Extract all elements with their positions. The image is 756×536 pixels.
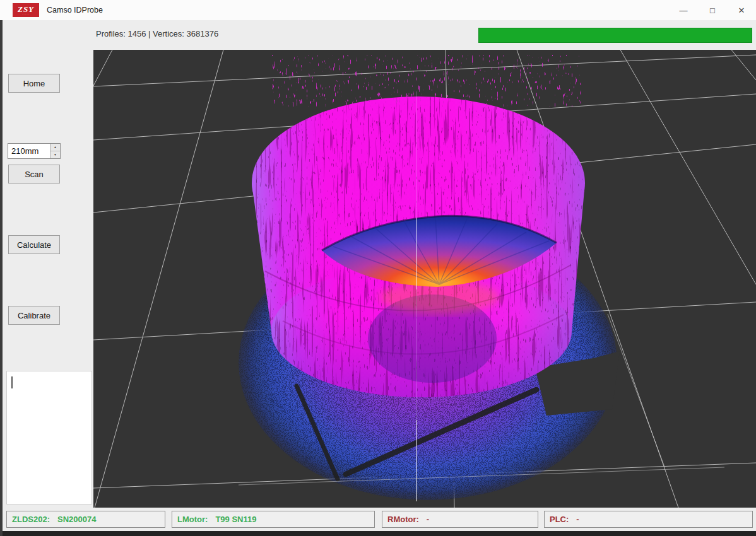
logo-subtext: ·····: [22, 13, 30, 16]
text-caret: [11, 376, 13, 388]
close-icon: ✕: [738, 6, 745, 15]
viewport-3d[interactable]: [93, 50, 756, 508]
status-label: RMotor:: [387, 515, 419, 524]
log-textbox[interactable]: [6, 371, 92, 504]
spin-down-button[interactable]: ▼: [50, 151, 60, 158]
spin-down-icon: ▼: [54, 153, 57, 156]
device-status-bar: ZLDS202: SN200074 LMotor: T99 SN119 RMot…: [0, 508, 756, 531]
status-value: -: [427, 515, 429, 524]
spinner-buttons: ▲ ▼: [50, 144, 60, 158]
window-left-edge: [0, 20, 3, 536]
status-field-rmotor: RMotor: -: [382, 511, 538, 528]
point-cloud-canvas[interactable]: [93, 50, 756, 508]
progress-bar: [478, 28, 752, 43]
status-field-plc: PLC: -: [544, 511, 753, 528]
status-value: T99 SN119: [215, 515, 256, 524]
toolbar: Profiles: 1456 | Vertices: 3681376: [0, 20, 756, 50]
status-value: -: [576, 515, 579, 524]
status-field-zlds202: ZLDS202: SN200074: [6, 511, 165, 528]
home-button[interactable]: Home: [8, 74, 60, 93]
minimize-icon: —: [680, 6, 688, 15]
hot-center-glow: [379, 281, 499, 313]
scan-stats-text: Profiles: 1456 | Vertices: 3681376: [96, 29, 218, 38]
app-logo: ZSY ·····: [13, 3, 39, 17]
spin-up-icon: ▲: [54, 146, 57, 149]
logo-text: ZSY: [18, 5, 34, 13]
calculate-button[interactable]: Calculate: [8, 235, 60, 254]
status-field-lmotor: LMotor: T99 SN119: [172, 511, 375, 528]
scan-range-spinner: ▲ ▼: [8, 143, 61, 159]
window-title: Camso IDProbe: [47, 0, 103, 20]
status-label: LMotor:: [177, 515, 208, 524]
status-label: ZLDS202:: [12, 515, 50, 524]
scan-button[interactable]: Scan: [8, 165, 60, 184]
window-controls: — □ ✕: [669, 0, 756, 20]
sidebar: Home ▲ ▼ Scan Calculate Calibrate: [0, 50, 93, 508]
maximize-button[interactable]: □: [698, 0, 727, 20]
calibrate-button[interactable]: Calibrate: [8, 306, 60, 325]
status-value: SN200074: [57, 515, 96, 524]
stray-noise-points: [271, 55, 581, 107]
minimize-button[interactable]: —: [669, 0, 698, 20]
status-label: PLC:: [550, 515, 569, 524]
title-bar: ZSY ····· Camso IDProbe — □ ✕: [0, 0, 756, 20]
maximize-icon: □: [710, 6, 715, 15]
close-button[interactable]: ✕: [727, 0, 756, 20]
window-bottom-edge: [0, 531, 756, 536]
spin-up-button[interactable]: ▲: [50, 144, 60, 151]
scan-range-input[interactable]: [8, 144, 50, 158]
